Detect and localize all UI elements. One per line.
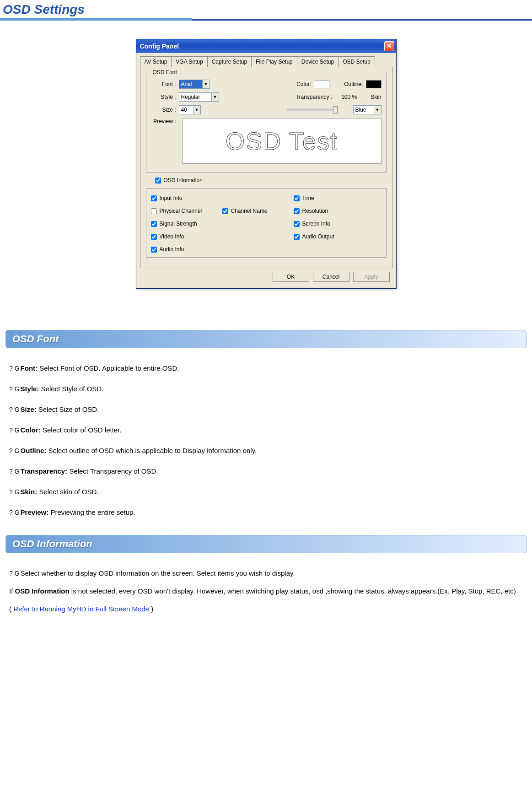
osd-font-legend: OSD Font: [151, 69, 179, 76]
tab-file-play-setup[interactable]: File Play Setup: [251, 56, 297, 67]
config-dialog: Config Panel ✕ AV Setup VGA Setup Captur…: [136, 39, 397, 289]
section-heading-osd-information: OSD Information: [5, 535, 527, 553]
desc-transparency: Select Transparency of OSD.: [67, 467, 158, 475]
audio-info-checkbox[interactable]: [151, 247, 157, 253]
osd-font-group: OSD Font Font : Arial ▼ Color: Outline:: [146, 73, 387, 173]
tab-osd-setup[interactable]: OSD Setup: [338, 56, 375, 67]
dialog-body: AV Setup VGA Setup Capture Setup File Pl…: [136, 53, 396, 288]
dialog-title: Config Panel: [140, 43, 384, 50]
desc-font: Select Font of OSD. Applicable to entire…: [38, 364, 179, 372]
preview-label: Preview :: [151, 118, 176, 124]
size-combo[interactable]: 40 ▼: [179, 105, 201, 114]
channel-name-checkbox[interactable]: [222, 208, 228, 214]
time-label: Time: [302, 195, 314, 201]
font-label: Font :: [151, 81, 176, 87]
chevron-down-icon: ▼: [374, 106, 381, 114]
desc-style: Select Style of OSD.: [39, 385, 103, 393]
bullet-icon: ? G: [9, 406, 20, 413]
audio-output-label: Audio Output: [302, 233, 334, 240]
desc-size: Select Size of OSD.: [37, 405, 99, 413]
tab-capture-setup[interactable]: Capture Setup: [207, 56, 252, 67]
bullet-icon: ? G: [9, 385, 20, 393]
list-item: ? GFont: Select Font of OSD. Applicable …: [9, 359, 523, 377]
tab-device-setup[interactable]: Device Setup: [297, 56, 339, 67]
term-skin: Skin:: [21, 488, 38, 496]
outline-swatch[interactable]: [366, 80, 382, 88]
physical-channel-label: Physical Channel: [160, 208, 202, 214]
link-prefix: (: [9, 605, 13, 613]
tab-vga-setup[interactable]: VGA Setup: [171, 56, 207, 67]
term-style: Style:: [21, 385, 39, 393]
resolution-checkbox[interactable]: [294, 208, 300, 214]
size-value: 40: [179, 106, 193, 114]
button-row: OK Cancel Apply: [140, 268, 392, 284]
term-font: Font:: [21, 364, 38, 372]
page-title: OSD Settings: [0, 0, 532, 21]
style-combo[interactable]: Regular ▼: [179, 92, 219, 102]
full-screen-mode-link[interactable]: Refer to Running MyHD in Full Screen Mod…: [13, 605, 151, 613]
slider-thumb[interactable]: [333, 106, 338, 113]
preview-box: OSD Test: [183, 118, 382, 164]
osd-info-body: If OSD Information is not selected, ever…: [0, 582, 532, 600]
term-outline: Outline:: [21, 447, 47, 454]
section-heading-osd-font: OSD Font: [5, 330, 527, 348]
skin-combo[interactable]: Blue ▼: [353, 105, 382, 114]
desc-skin: Select skin of OSD.: [37, 488, 98, 496]
tab-av-setup[interactable]: AV Setup: [140, 56, 172, 67]
transparency-label: Transparency :: [296, 94, 333, 100]
transparency-value: 100 %: [341, 94, 357, 100]
style-label: Style :: [151, 94, 176, 100]
size-label: Size :: [151, 107, 176, 113]
skin-value: Blue: [354, 106, 374, 114]
color-swatch[interactable]: [314, 80, 329, 88]
chevron-down-icon: ▼: [211, 93, 219, 101]
channel-name-label: Channel Name: [231, 208, 268, 214]
dialog-container: Config Panel ✕ AV Setup VGA Setup Captur…: [0, 21, 532, 316]
audio-output-checkbox[interactable]: [294, 234, 300, 240]
video-info-checkbox[interactable]: [151, 234, 157, 240]
list-item: ? GTransparency: Select Transparency of …: [9, 462, 523, 480]
font-combo[interactable]: Arial ▼: [179, 80, 210, 89]
input-info-label: Input Info: [160, 195, 183, 201]
list-item: ? GSkin: Select skin of OSD.: [9, 483, 523, 501]
cancel-button[interactable]: Cancel: [313, 272, 349, 282]
style-value: Regular: [179, 93, 211, 101]
color-label: Color:: [296, 81, 311, 87]
osd-info-intro: ? GSelect whether to display OSD informa…: [0, 564, 532, 582]
term-transparency: Transparency:: [21, 467, 68, 475]
bullet-icon: ? G: [9, 570, 20, 577]
bullet-icon: ? G: [9, 426, 20, 434]
transparency-slider[interactable]: [287, 108, 338, 111]
list-item: ? GPreview: Previewing the entire setup.: [9, 503, 523, 521]
screen-info-label: Screen Info: [302, 221, 330, 227]
bullet-icon: ? G: [9, 468, 20, 475]
term-color: Color:: [21, 426, 41, 434]
close-icon[interactable]: ✕: [384, 41, 394, 51]
time-checkbox[interactable]: [294, 195, 300, 201]
chevron-down-icon: ▼: [193, 106, 200, 114]
osd-information-checkbox[interactable]: [155, 178, 161, 183]
outline-label: Outline:: [344, 81, 363, 87]
term-size: Size:: [21, 405, 37, 413]
signal-strength-label: Signal Strength: [160, 221, 197, 227]
bullet-icon: ? G: [9, 488, 20, 496]
resolution-label: Resolution: [302, 208, 328, 214]
screen-info-checkbox[interactable]: [294, 221, 300, 227]
preview-text: OSD Test: [226, 127, 338, 155]
ok-button[interactable]: OK: [273, 272, 309, 282]
physical-channel-checkbox[interactable]: [151, 208, 157, 214]
body-rest: is not selected, every OSD won't display…: [70, 587, 516, 595]
desc-color: Select color of OSD letter.: [41, 426, 122, 434]
osd-font-description-list: ? GFont: Select Font of OSD. Applicable …: [0, 359, 532, 521]
input-info-checkbox[interactable]: [151, 195, 157, 201]
bullet-icon: ? G: [9, 509, 20, 516]
bullet-icon: ? G: [9, 365, 20, 372]
desc-outline: Select outline of OSD which is applicabl…: [46, 447, 257, 454]
osd-info-group: Input Info Time Physical Channel Channel…: [146, 188, 387, 258]
osd-info-link-line: ( Refer to Running MyHD in Full Screen M…: [0, 600, 532, 618]
tab-pane: OSD Font Font : Arial ▼ Color: Outline:: [140, 67, 392, 268]
font-value: Arial: [179, 80, 202, 88]
signal-strength-checkbox[interactable]: [151, 221, 157, 227]
audio-info-label: Audio Info: [160, 246, 184, 253]
titlebar: Config Panel ✕: [136, 39, 396, 53]
